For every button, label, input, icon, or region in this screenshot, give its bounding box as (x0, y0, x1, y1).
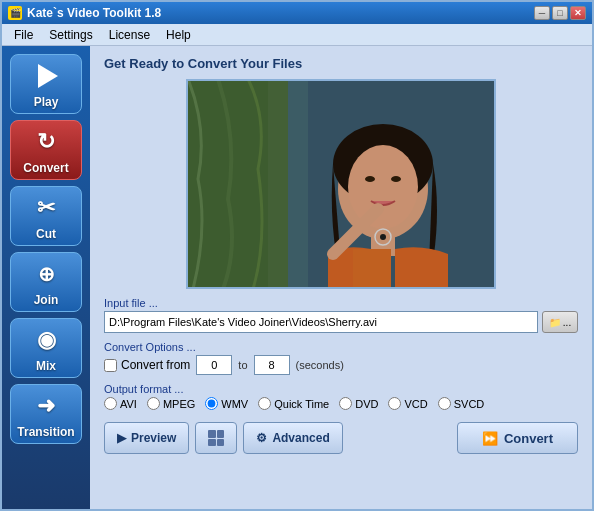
radio-dvd[interactable] (339, 397, 352, 410)
folder-icon: 📁 (549, 317, 561, 328)
sidebar: Play ↻ Convert ✂ Cut ⊕ Join (2, 46, 90, 509)
grid-button[interactable] (195, 422, 237, 454)
nav-cut-label: Cut (36, 227, 56, 241)
maximize-button[interactable]: □ (552, 6, 568, 20)
preview-button[interactable]: ▶ Preview (104, 422, 189, 454)
seconds-label: (seconds) (296, 359, 344, 371)
format-mpeg[interactable]: MPEG (147, 397, 195, 410)
svcd-label: SVCD (454, 398, 485, 410)
vcd-label: VCD (404, 398, 427, 410)
convert-icon: ↻ (30, 126, 62, 158)
grid-icon (208, 430, 224, 446)
bottom-buttons: ▶ Preview ⚙ Advanced (104, 422, 578, 454)
nav-transition-label: Transition (17, 425, 74, 439)
dvd-label: DVD (355, 398, 378, 410)
input-row: 📁 ... (104, 311, 578, 333)
nav-play[interactable]: Play (10, 54, 82, 114)
wmv-label: WMV (221, 398, 248, 410)
nav-join-label: Join (34, 293, 59, 307)
nav-transition[interactable]: ➜ Transition (10, 384, 82, 444)
minimize-button[interactable]: ─ (534, 6, 550, 20)
mpeg-label: MPEG (163, 398, 195, 410)
svg-rect-10 (353, 249, 391, 289)
play-icon (30, 60, 62, 92)
transition-icon: ➜ (30, 390, 62, 422)
mix-icon: ◉ (30, 324, 62, 356)
format-dvd[interactable]: DVD (339, 397, 378, 410)
menu-bar: File Settings License Help (2, 24, 592, 46)
menu-settings[interactable]: Settings (41, 26, 100, 44)
svg-point-7 (365, 176, 375, 182)
window-title: Kate`s Video Toolkit 1.8 (27, 6, 161, 20)
close-button[interactable]: ✕ (570, 6, 586, 20)
radio-wmv[interactable] (205, 397, 218, 410)
browse-button[interactable]: 📁 ... (542, 311, 578, 333)
format-quicktime[interactable]: Quick Time (258, 397, 329, 410)
svg-point-12 (380, 234, 386, 240)
btn-group-left: ▶ Preview ⚙ Advanced (104, 422, 343, 454)
output-format-label: Output format ... (104, 383, 578, 395)
preview-label: Preview (131, 431, 176, 445)
radio-avi[interactable] (104, 397, 117, 410)
convert-from-checkbox[interactable]: Convert from (104, 358, 190, 372)
menu-license[interactable]: License (101, 26, 158, 44)
main-layout: Play ↻ Convert ✂ Cut ⊕ Join (2, 46, 592, 509)
quicktime-label: Quick Time (274, 398, 329, 410)
format-svcd[interactable]: SVCD (438, 397, 485, 410)
nav-cut[interactable]: ✂ Cut (10, 186, 82, 246)
join-icon: ⊕ (30, 258, 62, 290)
nav-mix[interactable]: ◉ Mix (10, 318, 82, 378)
browse-label: ... (563, 317, 571, 328)
convert-options-row: Convert from to (seconds) (104, 355, 578, 375)
title-bar-text: 🎬 Kate`s Video Toolkit 1.8 (8, 6, 161, 20)
main-window: 🎬 Kate`s Video Toolkit 1.8 ─ □ ✕ File Se… (0, 0, 594, 511)
radio-svcd[interactable] (438, 397, 451, 410)
app-icon: 🎬 (8, 6, 22, 20)
to-label: to (238, 359, 247, 371)
checkbox-label: Convert from (121, 358, 190, 372)
convert-options-label: Convert Options ... (104, 341, 578, 353)
title-bar: 🎬 Kate`s Video Toolkit 1.8 ─ □ ✕ (2, 2, 592, 24)
advanced-button[interactable]: ⚙ Advanced (243, 422, 342, 454)
svg-point-8 (391, 176, 401, 182)
nav-join[interactable]: ⊕ Join (10, 252, 82, 312)
nav-convert[interactable]: ↻ Convert (10, 120, 82, 180)
format-avi[interactable]: AVI (104, 397, 137, 410)
convert-main-icon: ⏩ (482, 431, 498, 446)
svg-point-6 (348, 145, 418, 229)
format-row: AVI MPEG WMV Quick Time (104, 397, 578, 410)
convert-main-button[interactable]: ⏩ Convert (457, 422, 578, 454)
from-input[interactable] (196, 355, 232, 375)
video-preview (186, 79, 496, 289)
window-controls: ─ □ ✕ (534, 6, 586, 20)
radio-vcd[interactable] (388, 397, 401, 410)
page-title: Get Ready to Convert Your Files (104, 56, 578, 71)
menu-help[interactable]: Help (158, 26, 199, 44)
format-vcd[interactable]: VCD (388, 397, 427, 410)
to-input[interactable] (254, 355, 290, 375)
advanced-label: Advanced (272, 431, 329, 445)
radio-mpeg[interactable] (147, 397, 160, 410)
format-wmv[interactable]: WMV (205, 397, 248, 410)
convert-options-section: Convert Options ... Convert from to (sec… (104, 341, 578, 375)
avi-label: AVI (120, 398, 137, 410)
input-file-section: Input file ... 📁 ... (104, 297, 578, 333)
nav-convert-label: Convert (23, 161, 68, 175)
preview-icon: ▶ (117, 431, 126, 445)
content-area: Get Ready to Convert Your Files (90, 46, 592, 509)
radio-quicktime[interactable] (258, 397, 271, 410)
video-image (188, 79, 494, 289)
output-format-section: Output format ... AVI MPEG WMV (104, 383, 578, 410)
menu-file[interactable]: File (6, 26, 41, 44)
nav-mix-label: Mix (36, 359, 56, 373)
convert-main-label: Convert (504, 431, 553, 446)
nav-play-label: Play (34, 95, 59, 109)
file-input[interactable] (104, 311, 538, 333)
advanced-icon: ⚙ (256, 431, 267, 445)
cut-icon: ✂ (30, 192, 62, 224)
convert-from-check[interactable] (104, 359, 117, 372)
video-placeholder (188, 81, 494, 287)
input-label: Input file ... (104, 297, 578, 309)
